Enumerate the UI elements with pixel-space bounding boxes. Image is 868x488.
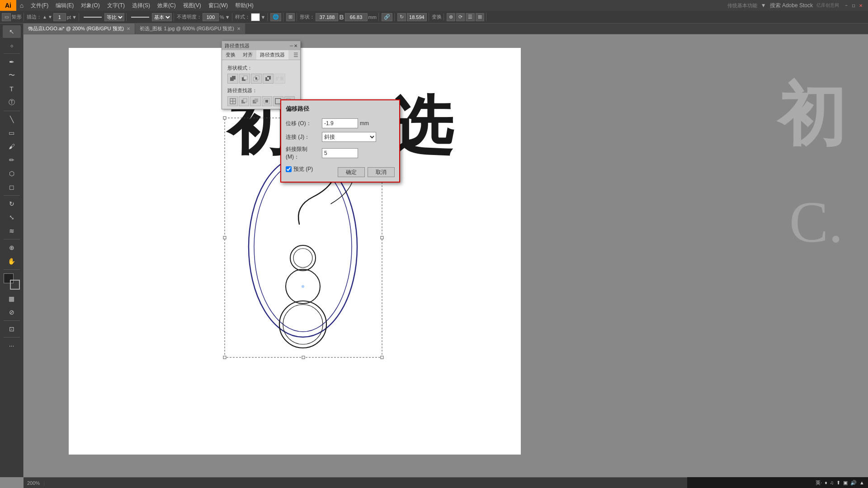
- extra-icon2[interactable]: ⟳: [456, 13, 465, 21]
- style-swatch[interactable]: [251, 13, 260, 21]
- unite-icon[interactable]: [227, 74, 238, 84]
- dropdown-icon[interactable]: ▼: [761, 2, 766, 9]
- stroke-style2-group: 基本: [129, 13, 174, 21]
- width-input[interactable]: 37.188: [316, 13, 338, 21]
- rotate-input[interactable]: [407, 13, 427, 21]
- panel-menu-icon[interactable]: ☰: [293, 52, 298, 58]
- join-select[interactable]: 斜接 圆角 斜切: [322, 132, 376, 142]
- type-tool[interactable]: T: [3, 83, 21, 95]
- align-group: ⊞: [286, 13, 297, 21]
- panel-tab-transform[interactable]: 变换: [222, 50, 239, 60]
- paintbrush-tool[interactable]: 🖌: [3, 140, 21, 153]
- stroke-type-select[interactable]: 等比: [104, 13, 124, 21]
- height-input[interactable]: 66.83: [345, 13, 368, 21]
- pencil-tool[interactable]: ✏: [3, 154, 21, 166]
- rotate-tool[interactable]: ↻: [3, 197, 21, 210]
- artboard-tool[interactable]: ⊡: [3, 323, 21, 335]
- stroke-dropdown-icon[interactable]: ▼: [72, 14, 77, 20]
- scale-tool[interactable]: ⤡: [3, 211, 21, 224]
- stroke-color[interactable]: [10, 280, 20, 290]
- minus-front-icon[interactable]: [239, 74, 250, 84]
- intersect-icon[interactable]: [251, 74, 262, 84]
- hand-tool[interactable]: ✋: [3, 255, 21, 267]
- tray-icon4[interactable]: ▣: [843, 480, 848, 486]
- shaper-tool[interactable]: ⬡: [3, 167, 21, 180]
- menu-view[interactable]: 视图(V): [179, 0, 205, 11]
- opacity-input[interactable]: 100: [203, 13, 219, 21]
- extra-icon4[interactable]: ⊞: [476, 13, 484, 21]
- exclude-icon[interactable]: [263, 74, 274, 84]
- opacity-dropdown-icon[interactable]: ▼: [225, 14, 230, 20]
- gradient-tool[interactable]: ▦: [3, 292, 21, 305]
- stroke-style-select[interactable]: 基本: [152, 13, 172, 21]
- miter-input[interactable]: 5: [322, 148, 358, 158]
- curvature-tool[interactable]: 〜: [3, 69, 21, 82]
- tab-initial-close[interactable]: ✕: [237, 26, 241, 31]
- eyedropper-tool[interactable]: ⊘: [3, 306, 21, 319]
- restore-button[interactable]: □: [850, 2, 857, 9]
- more-tools[interactable]: ···: [3, 339, 21, 352]
- merge-icon[interactable]: [250, 96, 260, 106]
- line-tool[interactable]: ╲: [3, 113, 21, 126]
- top-right-area: 传统基本功能 ▼ 搜索 Adobe Stock 亿库创意网 － □ ✕: [727, 2, 868, 9]
- stroke-style-group: 等比: [82, 13, 127, 21]
- rotate-icon[interactable]: ↻: [397, 13, 406, 21]
- svg-rect-7: [302, 356, 305, 359]
- tab-logo[interactable]: 饰品店LOGO.ai* @ 200% (RGB/GPU 预览) ✕: [24, 23, 135, 34]
- tool-separator-3: [4, 195, 20, 196]
- home-icon[interactable]: ⌂: [16, 0, 27, 11]
- divide-icon[interactable]: [227, 96, 238, 106]
- pen-tool[interactable]: ✒: [3, 56, 21, 68]
- stroke-down-icon[interactable]: ▼: [48, 14, 52, 19]
- tray-icon1[interactable]: ♦: [825, 480, 827, 485]
- preview-checkbox[interactable]: [286, 166, 292, 172]
- align-icon[interactable]: ⊞: [286, 13, 295, 21]
- menu-text[interactable]: 文字(T): [104, 0, 128, 11]
- style-dropdown-icon[interactable]: ▼: [261, 14, 266, 20]
- expand-icon[interactable]: 扩展: [274, 74, 285, 84]
- panel-title-bar[interactable]: 路径查找器 ─ ✕: [222, 41, 300, 50]
- panel-tab-pathfinder[interactable]: 路径查找器: [256, 50, 288, 60]
- offset-input[interactable]: -1.9: [322, 118, 358, 128]
- tray-icon3[interactable]: ⬆: [836, 480, 840, 486]
- panel-close-icon[interactable]: ✕: [294, 43, 297, 48]
- menu-help[interactable]: 帮助(H): [231, 0, 257, 11]
- constrain-icon[interactable]: 🔗: [382, 13, 392, 21]
- eraser-tool[interactable]: ◻: [3, 181, 21, 193]
- rect-tool[interactable]: ▭: [3, 127, 21, 139]
- extra-icon1[interactable]: ⊕: [447, 13, 455, 21]
- minimize-button[interactable]: －: [843, 2, 850, 9]
- stroke-input[interactable]: [53, 13, 66, 21]
- menu-select[interactable]: 选择(S): [128, 0, 154, 11]
- select-tool[interactable]: ↖: [3, 25, 21, 38]
- tab-logo-close[interactable]: ✕: [127, 26, 130, 31]
- direct-select-tool[interactable]: ⬦: [3, 39, 21, 52]
- warp-tool[interactable]: ≋: [3, 225, 21, 237]
- zoom-tool[interactable]: ⊕: [3, 241, 21, 254]
- status-separator: |: [43, 480, 45, 486]
- globe-icon[interactable]: 🌐: [270, 13, 281, 21]
- extra-icon3[interactable]: ☰: [466, 13, 475, 21]
- cancel-button[interactable]: 取消: [368, 167, 395, 177]
- menu-window[interactable]: 窗口(W): [205, 0, 231, 11]
- chinese-char-xuan: 选: [390, 84, 462, 170]
- tray-icon5[interactable]: 🔊: [850, 480, 857, 486]
- stroke-up-icon[interactable]: ▲: [42, 14, 47, 19]
- tab-initial[interactable]: 初选_图板 1.jpg @ 600% (RGB/GPU 预览) ✕: [135, 23, 245, 34]
- svg-point-14: [302, 285, 304, 288]
- close-button[interactable]: ✕: [857, 2, 864, 9]
- menu-object[interactable]: 对象(O): [77, 0, 103, 11]
- panel-tab-align[interactable]: 对齐: [239, 50, 256, 60]
- tray-ime[interactable]: 英·: [816, 479, 822, 486]
- touch-type-tool[interactable]: Ⓣ: [3, 96, 21, 109]
- menu-effect[interactable]: 效果(C): [154, 0, 179, 11]
- tray-icon6[interactable]: ▲: [859, 480, 864, 485]
- tray-icon2[interactable]: ♫: [830, 480, 834, 485]
- menu-edit[interactable]: 编辑(E): [52, 0, 77, 11]
- crop-icon[interactable]: [262, 96, 272, 106]
- menu-file[interactable]: 文件(F): [27, 0, 52, 11]
- trim-icon[interactable]: [239, 96, 249, 106]
- panel-collapse-icon[interactable]: ─: [290, 43, 293, 48]
- ok-button[interactable]: 确定: [338, 167, 365, 177]
- search-label: 搜索 Adobe Stock: [770, 2, 813, 9]
